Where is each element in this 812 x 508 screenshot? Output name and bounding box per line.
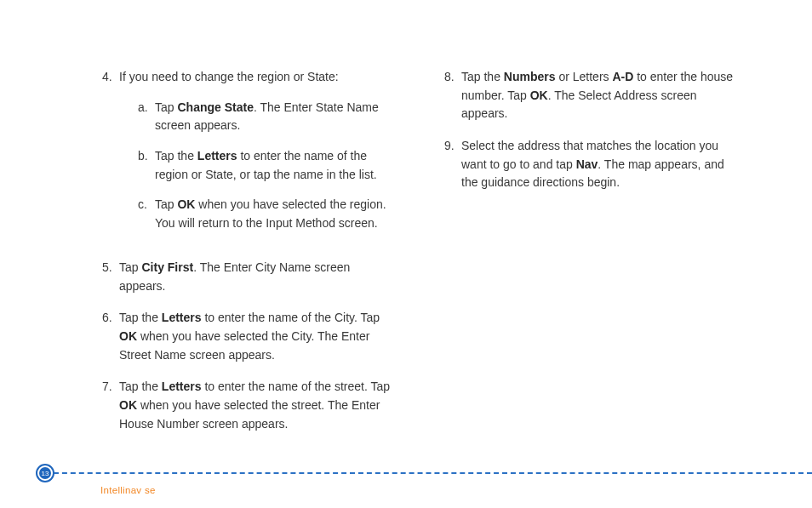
sub-letter: a.: [138, 99, 155, 135]
item-number: 9.: [444, 137, 461, 192]
item-number: 8.: [444, 68, 461, 123]
bold-term: OK: [177, 197, 195, 211]
bold-term: Letters: [162, 380, 202, 393]
page-number: 13: [39, 467, 51, 479]
bold-term: Nav: [576, 157, 598, 171]
bold-term: OK: [530, 88, 548, 102]
page-number-badge: 13: [36, 464, 54, 482]
bold-term: City First: [141, 260, 193, 274]
item-number: 4.: [102, 68, 119, 245]
item-text: If you need to change the region or Stat…: [119, 70, 339, 83]
left-column: 4. If you need to change the region or S…: [102, 68, 393, 447]
sub-item: a. Tap Change State. The Enter State Nam…: [119, 99, 393, 135]
bold-term: Numbers: [504, 70, 556, 83]
page-footer: 13 Intellinav se: [0, 457, 812, 491]
item-number: 5.: [102, 259, 119, 295]
bold-term: Change State: [177, 100, 253, 114]
bold-term: Letters: [162, 311, 202, 324]
sub-list: a. Tap Change State. The Enter State Nam…: [119, 99, 393, 233]
bold-term: A-D: [612, 70, 633, 83]
list-item: 4. If you need to change the region or S…: [102, 68, 393, 245]
sub-letter: c.: [138, 196, 155, 232]
list-item: 6. Tap the Letters to enter the name of …: [102, 309, 393, 364]
footer-divider: [45, 472, 812, 474]
bold-term: OK: [119, 398, 137, 412]
page-content: 4. If you need to change the region or S…: [0, 0, 812, 447]
item-number: 7.: [102, 378, 119, 433]
bold-term: OK: [119, 329, 137, 343]
list-item: 9. Select the address that matches the l…: [444, 137, 735, 192]
list-item: 5. Tap City First. The Enter City Name s…: [102, 259, 393, 295]
bold-term: Letters: [197, 149, 237, 163]
sub-letter: b.: [138, 147, 155, 184]
sub-item: b. Tap the Letters to enter the name of …: [119, 147, 393, 184]
right-column: 8. Tap the Numbers or Letters A-D to ent…: [444, 68, 735, 447]
list-item: 8. Tap the Numbers or Letters A-D to ent…: [444, 68, 735, 123]
footer-brand-label: Intellinav se: [100, 485, 156, 495]
list-item: 7. Tap the Letters to enter the name of …: [102, 378, 393, 433]
sub-item: c. Tap OK when you have selected the reg…: [119, 196, 393, 232]
item-number: 6.: [102, 309, 119, 364]
